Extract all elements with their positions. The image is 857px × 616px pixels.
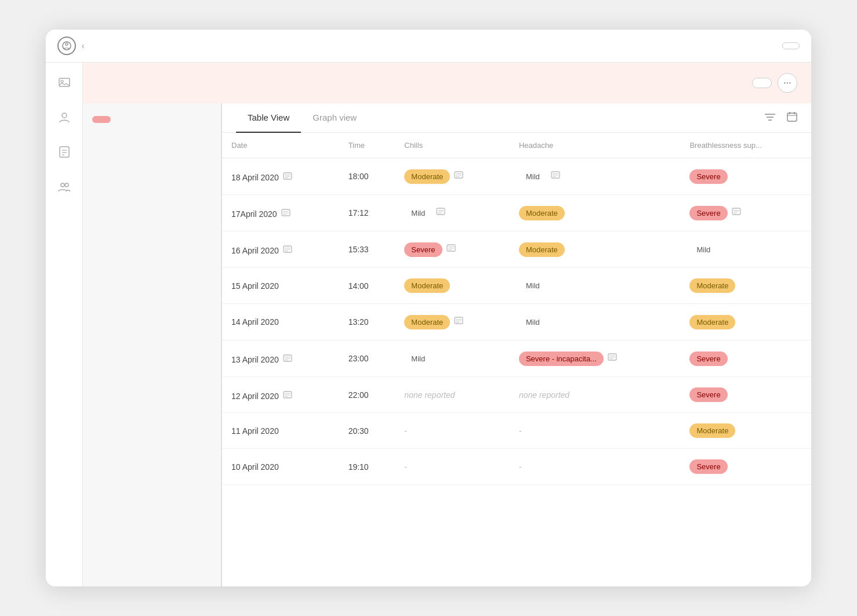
user-menu-button[interactable] [782,42,800,49]
table-row: 14 April 2020 13:20 Moderate Mild Modera… [222,304,811,340]
note-icon[interactable] [434,205,447,218]
symptoms-sidebar [83,103,222,586]
cell-headache: Moderate [510,195,681,231]
col-date: Date [222,133,339,158]
table-row: 11 April 2020 20:30 - - Moderate [222,413,811,449]
mild-badge: Mild [519,278,547,293]
cell-date: 17April 2020 [222,195,339,231]
none-reported: none reported [519,390,569,400]
table-toolbar: Table View Graph view [222,103,811,133]
group-icon[interactable] [54,176,75,197]
tab-table-view[interactable]: Table View [236,103,301,133]
dash-value: - [404,426,407,436]
cell-time: 22:00 [339,377,395,413]
content-area: Table View Graph view [83,103,811,586]
tabs: Table View Graph view [236,103,368,132]
cell-chills: Moderate [395,268,510,304]
moderate-badge: Moderate [404,315,450,329]
back-button[interactable]: ‹ [82,41,87,50]
note-icon[interactable] [281,389,294,401]
calendar-icon[interactable] [787,111,797,125]
severe-badge: Severe [689,459,727,474]
cell-date: 12 April 2020 [222,377,339,413]
cell-chills: none reported [395,377,510,413]
cell-headache: Mild [510,268,681,304]
cell-time: 17:12 [339,195,395,231]
svg-point-3 [61,80,63,82]
none-reported: none reported [404,390,455,400]
mild-badge: Mild [519,315,547,329]
note-icon[interactable] [279,206,292,219]
cell-date: 16 April 2020 [222,231,339,268]
dash-value: - [404,462,407,472]
cell-chills: Moderate [395,304,510,340]
cell-chills: Mild [395,195,510,231]
mild-badge: Mild [404,352,432,366]
cell-chills: - [395,413,510,449]
svg-point-1 [66,43,68,45]
main-window: ‹ [46,30,811,586]
cell-headache: Mild [510,304,681,340]
filter-icon[interactable] [765,112,775,124]
add-note-button[interactable] [752,78,772,88]
dash-value: - [519,426,522,436]
svg-rect-5 [60,147,69,157]
note-icon[interactable] [606,351,619,364]
cell-date: 11 April 2020 [222,413,339,449]
svg-point-9 [61,183,64,187]
note-icon[interactable] [730,205,743,218]
note-icon[interactable] [281,352,294,365]
cell-breathlessness: Severe [680,377,811,413]
tab-graph-view[interactable]: Graph view [301,103,368,133]
table-area: Table View Graph view [222,103,811,586]
sidebar-icons [46,63,83,586]
dash-value: - [519,462,522,472]
person-icon[interactable] [54,107,75,128]
topbar: ‹ [46,30,811,63]
col-chills: Chills [395,133,510,158]
main-layout: ··· [46,63,811,586]
note-icon[interactable] [445,242,457,255]
severe-badge: Severe [689,387,727,402]
svg-rect-14 [787,113,797,121]
more-options-button[interactable]: ··· [778,73,797,93]
svg-point-4 [62,113,67,118]
table-row: 10 April 2020 19:10 - - Severe [222,449,811,485]
severe-badge: Severe [689,169,727,184]
cell-time: 18:00 [339,158,395,195]
cell-time: 15:33 [339,231,395,268]
cell-time: 19:10 [339,449,395,485]
note-icon[interactable] [281,243,294,256]
symptoms-pill[interactable] [92,116,111,123]
note-icon[interactable] [549,169,562,182]
svg-point-10 [65,183,68,187]
severe-incapacita-badge: Severe - incapacita... [519,352,604,366]
cell-breathlessness: Severe [680,449,811,485]
cell-chills: - [395,449,510,485]
cell-breathlessness: Severe [680,195,811,231]
toolbar-right [765,111,797,125]
mild-badge: Mild [519,169,547,184]
cell-time: 20:30 [339,413,395,449]
note-icon[interactable] [452,314,465,327]
cell-headache: - [510,449,681,485]
mild-badge: Mild [689,242,717,257]
data-table: Date Time Chills Headache Breathlessness… [222,133,811,485]
cell-breathlessness: Severe [680,158,811,195]
document-icon[interactable] [54,142,75,162]
severe-badge: Severe [689,352,727,366]
moderate-badge: Moderate [689,423,735,438]
image-icon[interactable] [54,72,75,93]
severe-badge: Severe [404,242,442,257]
note-icon[interactable] [452,169,465,182]
note-icon[interactable] [281,170,294,183]
cell-date: 15 April 2020 [222,268,339,304]
severe-badge: Severe [689,206,727,220]
moderate-badge: Moderate [404,278,450,293]
moderate-badge: Moderate [689,278,735,293]
cell-breathlessness: Severe [680,340,811,377]
chevron-left-icon: ‹ [82,41,85,50]
col-time: Time [339,133,395,158]
cell-chills: Moderate [395,158,510,195]
cell-breathlessness: Moderate [680,268,811,304]
